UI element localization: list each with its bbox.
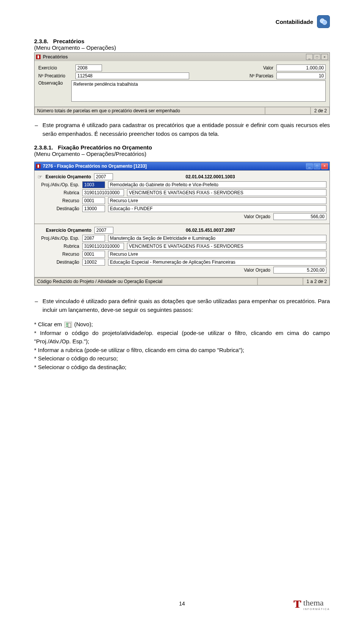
orc-code-2: 06.02.15.451.0037.2087: [116, 228, 304, 233]
label-recurso: Recurso: [38, 198, 79, 203]
input-proj-2[interactable]: 2087: [82, 235, 105, 242]
step-2: * Informar o código do projeto/atividade…: [34, 329, 330, 346]
input-destinacao-desc-1[interactable]: Educação - FUNDEF: [108, 205, 326, 212]
input-recurso-desc-1[interactable]: Recurso Livre: [108, 197, 326, 204]
status-blank-2: [257, 278, 303, 285]
window-titlebar: Precatórios _ □ ×: [35, 53, 329, 61]
pointer-hand-icon: ☞: [38, 174, 42, 180]
input-recurso-1[interactable]: 0001: [82, 197, 105, 204]
input-rubrica-1[interactable]: 31901101010000: [82, 189, 124, 196]
input-observacao[interactable]: Referente pendência trabalhista: [71, 80, 326, 102]
menu-path: (Menu Orçamento – Operações): [34, 44, 330, 51]
maximize-icon[interactable]: □: [314, 163, 320, 169]
label-destinacao: Destinação: [38, 206, 79, 211]
fixacao-window: 7276 - Fixação Precatórios no Orçamento …: [34, 162, 330, 286]
label-proj-2: Proj./Ativ./Op. Esp.: [38, 236, 79, 241]
label-valor-orcado: Valor Orçado: [244, 214, 270, 219]
label-num-parcelas: Nº Parcelas: [249, 73, 273, 79]
input-num-precatorio[interactable]: 112548: [75, 72, 189, 79]
label-num-precatorio: Nº Precatório: [38, 73, 72, 79]
label-exercicio-orc: Exercício Orçamento: [46, 174, 91, 179]
window-title: Precatórios: [43, 54, 68, 60]
input-valor-orcado-2[interactable]: 5.200,00: [273, 267, 326, 274]
paragraph-fixacao: – Este vinculado é utilizado para defini…: [34, 297, 330, 314]
input-exercicio-orc-1[interactable]: 2007: [94, 173, 113, 180]
label-valor-orcado-2: Valor Orçado: [244, 267, 270, 273]
maximize-icon[interactable]: □: [314, 54, 320, 60]
input-rubrica-desc-1[interactable]: VENCIMENTOS E VANTAGENS FIXAS - SERVIDOR…: [127, 189, 326, 196]
app-icon: [36, 55, 41, 59]
input-destinacao-1[interactable]: 13000: [82, 205, 105, 212]
label-rubrica-2: Rubrica: [38, 244, 79, 249]
novo-icon: [64, 322, 72, 328]
svg-rect-5: [38, 165, 39, 168]
app-icon: [36, 164, 41, 168]
input-rubrica-2[interactable]: 31901101010000: [82, 243, 124, 250]
label-proj: Proj./Ativ./Op. Esp.: [38, 182, 79, 187]
section-heading: 2.3.8. Precatórios: [34, 38, 330, 44]
window-title-2: 7276 - Fixação Precatórios no Orçamento …: [43, 164, 147, 169]
section-heading-2: 2.3.8.1. Fixação Precatórios no Orçament…: [34, 144, 330, 151]
label-valor: Valor: [263, 65, 273, 71]
section-title-2: Fixação Precatórios no Orçamento: [58, 144, 152, 151]
page-number: 14: [179, 601, 185, 607]
input-proj-1[interactable]: 1003: [82, 181, 105, 188]
page-header: Contabilidade: [34, 15, 330, 28]
svg-rect-3: [38, 55, 39, 58]
label-recurso-2: Recurso: [38, 252, 79, 257]
input-valor[interactable]: 1.000,00: [276, 64, 326, 71]
section-number-2: 2.3.8.1.: [34, 144, 53, 151]
input-destinacao-desc-2[interactable]: Educação Especial - Remuneração de Aplic…: [108, 259, 326, 266]
status-message-2: Código Reduzido do Projeto / Atividade o…: [35, 278, 257, 285]
section-title: Precatórios: [53, 38, 85, 44]
label-exercicio: Exercício: [38, 65, 72, 71]
status-blank: [265, 107, 311, 115]
paragraph-precatorios: – Este programa é utilizado para cadastr…: [34, 121, 330, 138]
label-rubrica: Rubrica: [38, 190, 79, 195]
window-titlebar-2: 7276 - Fixação Precatórios no Orçamento …: [35, 162, 329, 170]
input-rubrica-desc-2[interactable]: VENCIMENTOS E VANTAGENS FIXAS - SERVIDOR…: [127, 243, 326, 250]
status-bar: Número totais de parcelas em que o preca…: [35, 107, 329, 115]
step-4: * Selecionar o código do recurso;: [34, 354, 330, 363]
section-number: 2.3.8.: [34, 38, 49, 44]
steps-list: * Clicar em (Novo); * Informar o código …: [34, 320, 330, 371]
input-exercicio[interactable]: 2008: [75, 64, 102, 71]
status-message: Número totais de parcelas em que o preca…: [35, 107, 265, 115]
label-destinacao-2: Destinação: [38, 259, 79, 265]
input-destinacao-2[interactable]: 10002: [82, 259, 105, 266]
orcamento-group-2: Exercício Orçamento 2007 06.02.15.451.00…: [35, 224, 329, 277]
input-recurso-2[interactable]: 0001: [82, 251, 105, 258]
status-counter-2: 1 a 2 de 2: [303, 278, 329, 285]
footer-brand: thema: [303, 598, 324, 607]
input-recurso-desc-2[interactable]: Recurso Livre: [108, 251, 326, 258]
svg-point-1: [322, 20, 327, 25]
minimize-icon[interactable]: _: [306, 54, 313, 60]
header-coins-icon: [317, 15, 330, 28]
status-counter: 2 de 2: [311, 107, 329, 115]
status-bar-2: Código Reduzido do Projeto / Atividade o…: [35, 277, 329, 285]
orc-code-1: 02.01.04.122.0001.1003: [116, 174, 304, 179]
footer-logo: T thema INFORMÁTICA: [293, 598, 330, 610]
label-observacao: Observação: [38, 80, 68, 86]
input-valor-orcado-1[interactable]: 566,00: [273, 213, 326, 220]
footer-brand-sub: INFORMÁTICA: [303, 608, 330, 610]
input-proj-desc-2[interactable]: Manutenção da Seção de Eletricidade e IL…: [108, 235, 326, 242]
input-exercicio-orc-2[interactable]: 2007: [94, 227, 113, 234]
step-5: * Selecionar o código da destinação;: [34, 363, 330, 372]
close-icon[interactable]: ×: [321, 54, 328, 60]
precatorios-window: Precatórios _ □ × Exercício 2008 Valor 1…: [34, 52, 330, 115]
input-num-parcelas[interactable]: 10: [276, 72, 326, 79]
input-proj-desc-1[interactable]: Remodelação do Gabinete do Prefeito e Vi…: [108, 181, 326, 188]
step-3: * Informar a rubrica (pode-se utilizar o…: [34, 346, 330, 355]
orcamento-group-1: ☞ Exercício Orçamento 2007 02.01.04.122.…: [35, 170, 329, 224]
step-1: * Clicar em (Novo);: [34, 320, 330, 329]
minimize-icon[interactable]: _: [306, 163, 313, 169]
header-brand: Contabilidade: [276, 19, 313, 25]
menu-path-2: (Menu Orçamento – Operações/Precatórios): [34, 151, 330, 157]
thema-logo-icon: T: [293, 598, 301, 610]
close-icon[interactable]: ×: [321, 163, 328, 169]
label-exercicio-orc-2: Exercício Orçamento: [46, 228, 91, 233]
